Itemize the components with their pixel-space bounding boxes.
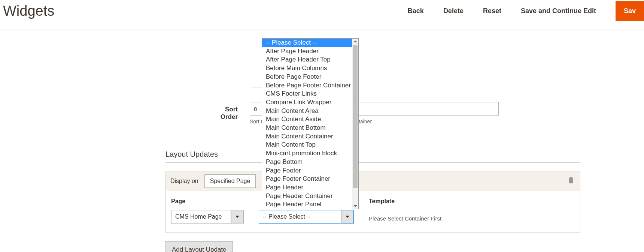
header-bar: Widgets Back Delete Reset Save and Conti… (0, 0, 644, 30)
dropdown-option[interactable]: -- Please Select -- (262, 39, 353, 47)
dropdown-option[interactable]: After Page Header Top (262, 56, 353, 64)
back-button[interactable]: Back (408, 7, 424, 15)
delete-button[interactable]: Delete (443, 7, 464, 15)
dropdown-option[interactable]: Before Main Columns (262, 64, 353, 73)
dropdown-option[interactable]: Compare Link Wrapper (262, 98, 353, 107)
chevron-down-icon (341, 210, 354, 224)
dropdown-option[interactable]: CMS Footer Links (262, 90, 353, 98)
add-layout-update-button[interactable]: Add Layout Update (165, 241, 233, 252)
section-divider (165, 162, 580, 163)
dropdown-option[interactable]: Before Page Footer Container (262, 81, 353, 90)
dropdown-option[interactable]: Main Content Top (262, 141, 353, 149)
dropdown-option[interactable]: Main Content Container (262, 132, 353, 141)
container-select[interactable]: -- Please Select -- (259, 210, 354, 224)
chevron-down-icon (231, 210, 244, 224)
template-label: Template (369, 198, 441, 205)
template-hint: Please Select Container First (369, 215, 441, 222)
save-continue-button[interactable]: Save and Continue Edit (521, 7, 596, 15)
dropdown-option[interactable]: Mini-cart promotion block (262, 149, 353, 158)
dropdown-option[interactable]: Main Content Area (262, 107, 353, 116)
container-select-value: -- Please Select -- (259, 210, 341, 224)
inner-fields: Page CMS Home Page -- Please Select -- T… (166, 191, 580, 232)
sort-order-label: Sort Order (206, 102, 238, 121)
page-title: Widgets (0, 3, 54, 19)
display-on-bar: Display on Specified Page (166, 171, 580, 191)
reset-button[interactable]: Reset (483, 7, 501, 15)
page-select[interactable]: CMS Home Page (171, 210, 244, 224)
trash-icon[interactable] (568, 177, 574, 183)
page-select-value: CMS Home Page (171, 210, 231, 224)
dropdown-option[interactable]: Main Content Aside (262, 115, 353, 124)
dropdown-option[interactable]: Page Footer Container (262, 175, 353, 183)
display-on-label: Display on (170, 178, 198, 184)
layout-updates-title: Layout Updates (165, 150, 218, 162)
container-dropdown: -- Please Select --After Page HeaderAfte… (262, 38, 359, 209)
dropdown-option[interactable]: Page Bottom (262, 158, 353, 166)
scroll-down-icon (353, 205, 357, 207)
header-actions: Back Delete Reset Save and Continue Edit… (408, 1, 644, 21)
dropdown-option[interactable]: Page Footer (262, 166, 353, 175)
page-column: Page CMS Home Page (171, 198, 244, 224)
display-on-select[interactable]: Specified Page (204, 174, 256, 188)
save-button[interactable]: Sav (616, 1, 644, 21)
template-column: Template Please Select Container First (369, 198, 441, 224)
dropdown-option[interactable]: Page Header (262, 183, 353, 192)
dropdown-option[interactable]: After Page Header (262, 47, 353, 56)
page-label: Page (171, 198, 244, 205)
scrollbar[interactable] (352, 39, 358, 209)
dropdown-option[interactable]: Before Page Footer (262, 73, 353, 81)
dropdown-option[interactable]: Page Header Panel (262, 200, 353, 209)
dropdown-option[interactable]: Main Content Bottom (262, 124, 353, 132)
dropdown-option[interactable]: Page Header Container (262, 192, 353, 201)
layout-update-block: Display on Specified Page Page CMS Home … (165, 171, 580, 233)
scrollbar-thumb[interactable] (353, 45, 358, 188)
scroll-up-icon (353, 40, 357, 42)
